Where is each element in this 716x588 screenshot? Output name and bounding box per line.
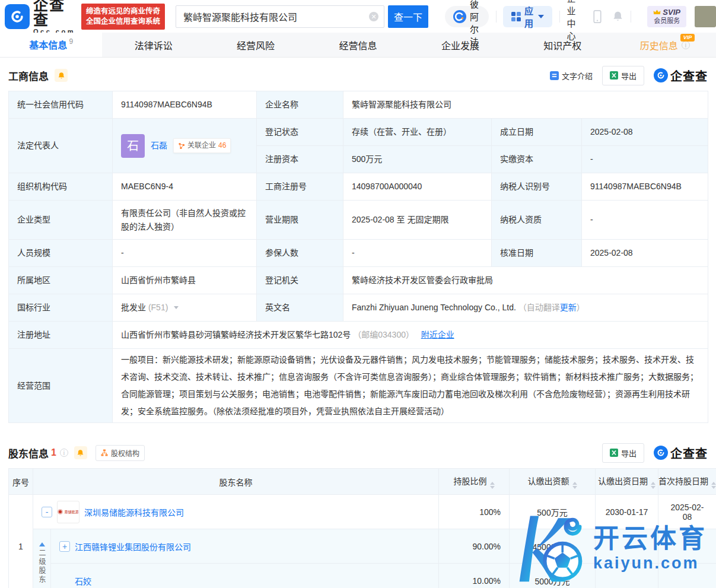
qcc-watermark-text: 企查查 [670,67,708,84]
field-label: 实缴资本 [492,146,582,173]
sort-icon[interactable] [651,482,655,489]
export-button[interactable]: 导出 [602,66,644,85]
ratio-value: 100% [439,495,510,529]
tab-operation-info[interactable]: 经营信息 [307,33,409,57]
brand-name: 企查查 [33,0,75,27]
subscribe-date-value: 2030-01-17 [596,495,658,529]
vip-badge: VIP [680,34,695,42]
field-label: 国标行业 [9,294,113,322]
notification-bell-icon[interactable] [612,11,623,22]
tab-intellectual-property[interactable]: 知识产权 [511,33,613,57]
col-header-ratio[interactable]: 持股比例 [439,469,510,495]
col-header-label: 认缴出资日期 [598,476,648,486]
establish-date-value: 2025-02-08 [582,119,708,146]
tab-label: 经营信息 [339,38,377,52]
insured-count-value: - [343,240,492,267]
first-hold-date-value [658,529,716,564]
shareholders-table: 序号 股东名称 持股比例 认缴出资额 认缴出资日期 首次持股日期 1 - 易储能… [8,468,716,588]
search-button[interactable]: 查一下 [388,5,428,28]
chevron-down-icon [174,306,179,309]
auto-translate-note: （自动翻译 [518,303,560,312]
row-number: 1 [9,495,33,588]
legal-rep-link[interactable]: 石磊 [151,139,167,152]
col-header-date[interactable]: 认缴出资日期 [596,469,658,495]
col-header-no: 序号 [9,469,33,495]
col-header-name[interactable]: 股东名称 [33,469,439,495]
legal-rep-avatar[interactable]: 石 [121,134,145,158]
reg-status-value: 存续（在营、开业、在册） [343,119,492,146]
text-intro-label: 文字介绍 [562,70,593,81]
equity-structure-button[interactable]: 股权结构 [96,445,145,461]
slogan-banner: 缔造有远见的商业传奇 全国企业信用查询系统 [81,4,165,30]
svip-sublabel: 会员服务 [653,17,680,25]
col-header-first[interactable]: 首次持股日期 [658,469,716,495]
info-icon[interactable]: i [60,449,68,457]
business-info-header: 工商信息 文字介绍 导出 企查查 [8,66,708,85]
tab-history-info[interactable]: VIP 历史信息 i [614,33,716,57]
apps-menu[interactable]: 应用 [503,6,552,27]
monitor-bell-icon[interactable] [55,69,68,82]
tab-company-development[interactable]: 企业发展 [409,33,511,57]
mobile-app-icon[interactable] [593,10,602,23]
sort-icon[interactable] [711,482,716,489]
company-logo-text: 易储能源 [64,509,78,514]
address-value: 山西省忻州市繁峙县砂河镇繁峙经济技术开发区繁华七路102号 [121,330,351,339]
field-label: 核准日期 [492,240,582,267]
qcc-watermark-logo: 企查查 [654,67,708,84]
collapse-arrow-icon[interactable] [39,542,45,546]
info-icon[interactable]: i [682,41,690,49]
group-label-text: 二级股东 [37,549,47,584]
top-bar: 企查查 Qcc.com 缔造有远见的商业传奇 全国企业信用查询系统 ✕ 查一下 … [0,0,716,33]
export-label: 导出 [621,447,637,459]
export-button[interactable]: 导出 [602,443,644,463]
search-input[interactable] [176,5,384,28]
paid-capital-value: - [582,146,708,173]
field-label: 法定代表人 [9,119,113,173]
field-label: 人员规模 [9,240,113,267]
shareholders-header: 股东信息 1 i 股权结构 导出 企查查 [8,443,708,462]
address-zip: （邮编034300） [353,330,414,339]
table-row: 石姣 10.00% 5000万元 [9,564,716,588]
expand-button[interactable]: + [59,541,70,552]
sort-icon[interactable] [572,482,577,489]
english-name-value: Fanzhi Zhiyuan Juneng Technology Co., Lt… [352,303,516,312]
apps-label: 应用 [524,4,533,29]
equity-structure-label: 股权结构 [111,448,139,458]
auto-translate-note-close: ） [577,303,585,312]
related-companies-badge[interactable]: 关联企业 46 [173,138,231,153]
collapse-button[interactable]: - [42,507,52,517]
tab-label: 法律诉讼 [135,38,173,52]
tab-legal-litigation[interactable]: 法律诉讼 [102,33,204,57]
table-row: 1 - 易储能源 深圳易储能源科技有限公司 100% 500万元 2030-01… [9,495,716,529]
tab-count: 9 [69,37,73,46]
shareholder-link[interactable]: 江西赣锋锂业集团股份有限公司 [75,541,191,552]
svip-member-button[interactable]: SVIP 会员服务 [647,6,686,27]
sort-icon[interactable] [490,482,495,489]
company-logo: 易储能源 [57,501,79,523]
related-companies-label: 关联企业 [187,140,216,151]
tab-label: 知识产权 [543,38,581,52]
field-label: 统一社会信用代码 [9,91,113,119]
monitor-bell-icon[interactable] [74,446,87,459]
translate-refresh-link[interactable]: 更新 [560,303,577,312]
shareholder-link[interactable]: 深圳易储能源科技有限公司 [84,506,184,518]
apps-grid-icon [511,12,521,21]
shareholder-link[interactable]: 石姣 [75,577,91,586]
search-box: ✕ 查一下 [176,5,428,28]
section-title: 工商信息 [8,68,49,83]
first-hold-date-value: 2025-02-08 [658,495,716,529]
user-avatar[interactable] [695,6,716,27]
amount-value: 500万元 [510,495,596,529]
nearby-companies-link[interactable]: 附近企业 [421,330,454,339]
qcc-logo[interactable]: 企查查 Qcc.com [5,0,75,35]
field-label: 经营范围 [9,349,113,423]
clear-search-icon[interactable]: ✕ [369,12,378,21]
tab-operation-risk[interactable]: 经营风险 [205,33,307,57]
region-value: 山西省忻州市繁峙县 [113,267,257,294]
zhibi-alpha-link[interactable]: 知彼阿尔法 [445,6,489,27]
text-intro-button[interactable]: 文字介绍 [550,70,593,81]
col-header-amount[interactable]: 认缴出资额 [510,469,596,495]
tab-basic-info[interactable]: 基本信息 9 [0,33,102,57]
industry-cell[interactable]: 批发业 (F51) [113,294,257,322]
english-name-cell: Fanzhi Zhiyuan Juneng Technology Co., Lt… [343,294,708,322]
